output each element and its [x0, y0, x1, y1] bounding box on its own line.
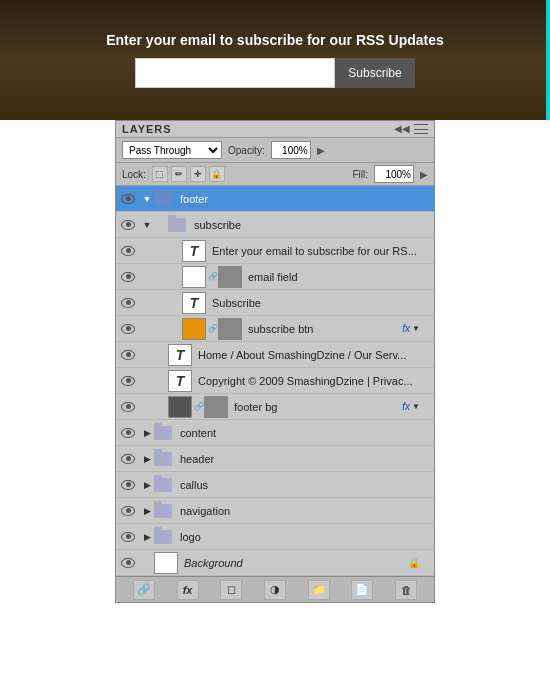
lock-icons: ⬚ ✏ ✛ 🔒 — [152, 166, 225, 182]
eye-icon-logo[interactable] — [116, 524, 140, 550]
lock-position-btn[interactable]: ✛ — [190, 166, 206, 182]
layer-name-logo: logo — [180, 531, 420, 543]
eye-icon-content[interactable] — [116, 420, 140, 446]
thumb1-email-field — [182, 266, 206, 288]
eye-icon-subscribe-text[interactable] — [116, 290, 140, 316]
layer-row-subscribe[interactable]: ▼subscribe — [116, 212, 434, 238]
layer-row-footer[interactable]: ▼footer — [116, 186, 434, 212]
opacity-input[interactable]: 100% — [271, 141, 311, 159]
eye-icon-subscribe[interactable] — [116, 212, 140, 238]
lock-label: Lock: — [122, 169, 146, 180]
eye-glyph-background — [121, 558, 135, 568]
layer-row-logo[interactable]: ▶logo — [116, 524, 434, 550]
layer-name-home-links: Home / About SmashingDzine / Our Serv... — [198, 349, 420, 361]
eye-glyph-footer — [121, 194, 135, 204]
layer-name-background: Background — [184, 557, 404, 569]
delete-layer-button[interactable]: 🗑 — [395, 580, 417, 600]
text-thumb-copyright: T — [168, 370, 192, 392]
banner-input-row: Subscribe — [135, 58, 415, 88]
layer-row-content[interactable]: ▶content — [116, 420, 434, 446]
eye-glyph-home-links — [121, 350, 135, 360]
chain-icon-footer-bg: 🔗 — [194, 396, 204, 418]
layer-row-home-links[interactable]: THome / About SmashingDzine / Our Serv..… — [116, 342, 434, 368]
panel-collapse-icon[interactable]: ◀◀ — [394, 124, 410, 134]
fx-badge-subscribe-btn: fx — [402, 323, 410, 334]
banner-text: Enter your email to subscribe for our RS… — [106, 32, 444, 48]
eye-icon-header[interactable] — [116, 446, 140, 472]
folder-icon-callus — [154, 478, 172, 492]
opacity-arrow[interactable]: ▶ — [317, 145, 325, 156]
eye-icon-callus[interactable] — [116, 472, 140, 498]
layer-row-navigation[interactable]: ▶navigation — [116, 498, 434, 524]
lock-pixels-btn[interactable]: ✏ — [171, 166, 187, 182]
expand-arrow-navigation[interactable]: ▶ — [144, 506, 151, 516]
fx-arrow-subscribe-btn[interactable]: ▼ — [412, 324, 420, 333]
new-group-button[interactable]: 📁 — [308, 580, 330, 600]
eye-icon-enter-email-text[interactable] — [116, 238, 140, 264]
layer-name-enter-email-text: Enter your email to subscribe for our RS… — [212, 245, 420, 257]
blend-mode-select[interactable]: Pass Through — [122, 141, 222, 159]
layer-name-subscribe-btn: subscribe btn — [248, 323, 398, 335]
eye-icon-home-links[interactable] — [116, 342, 140, 368]
layer-name-email-field: email field — [248, 271, 420, 283]
new-layer-button[interactable]: 📄 — [351, 580, 373, 600]
add-mask-button[interactable]: ◻ — [220, 580, 242, 600]
banner-email-input[interactable] — [135, 58, 335, 88]
folder-icon-content — [154, 426, 172, 440]
layer-row-subscribe-btn[interactable]: 🔗subscribe btnfx▼ — [116, 316, 434, 342]
eye-icon-navigation[interactable] — [116, 498, 140, 524]
layer-row-enter-email-text[interactable]: TEnter your email to subscribe for our R… — [116, 238, 434, 264]
top-banner: Enter your email to subscribe for our RS… — [0, 0, 550, 120]
link-layers-button[interactable]: 🔗 — [133, 580, 155, 600]
expand-arrow-header[interactable]: ▶ — [144, 454, 151, 464]
thumb1-subscribe-btn — [182, 318, 206, 340]
adjustment-button[interactable]: ◑ — [264, 580, 286, 600]
eye-glyph-subscribe-btn — [121, 324, 135, 334]
eye-glyph-subscribe-text — [121, 298, 135, 308]
thumb1-footer-bg — [168, 396, 192, 418]
fx-button[interactable]: fx — [177, 580, 199, 600]
panel-title: LAYERS — [122, 123, 172, 135]
banner-subscribe-button[interactable]: Subscribe — [335, 58, 415, 88]
thumb2-footer-bg — [204, 396, 228, 418]
layer-name-navigation: navigation — [180, 505, 420, 517]
eye-icon-copyright[interactable] — [116, 368, 140, 394]
layer-row-footer-bg[interactable]: 🔗footer bgfx▼ — [116, 394, 434, 420]
layer-row-callus[interactable]: ▶callus — [116, 472, 434, 498]
expand-arrow-content[interactable]: ▶ — [144, 428, 151, 438]
fill-arrow[interactable]: ▶ — [420, 169, 428, 180]
layer-row-subscribe-text[interactable]: TSubscribe — [116, 290, 434, 316]
layer-name-header: header — [180, 453, 420, 465]
eye-icon-footer-bg[interactable] — [116, 394, 140, 420]
layer-name-callus: callus — [180, 479, 420, 491]
expand-arrow-logo[interactable]: ▶ — [144, 532, 151, 542]
layer-row-email-field[interactable]: 🔗email field — [116, 264, 434, 290]
thumb-background — [154, 552, 178, 574]
panel-title-icons: ◀◀ — [394, 124, 428, 134]
expand-arrow-subscribe[interactable]: ▼ — [143, 220, 152, 230]
expand-arrow-callus[interactable]: ▶ — [144, 480, 151, 490]
eye-icon-email-field[interactable] — [116, 264, 140, 290]
bottom-toolbar: 🔗 fx ◻ ◑ 📁 📄 🗑 — [116, 576, 434, 602]
eye-icon-footer[interactable] — [116, 186, 140, 212]
eye-glyph-copyright — [121, 376, 135, 386]
eye-glyph-subscribe — [121, 220, 135, 230]
folder-icon-subscribe — [168, 218, 186, 232]
fx-arrow-footer-bg[interactable]: ▼ — [412, 402, 420, 411]
folder-icon-header — [154, 452, 172, 466]
eye-icon-background[interactable] — [116, 550, 140, 576]
fill-input[interactable] — [374, 165, 414, 183]
panel-menu-icon[interactable] — [414, 124, 428, 134]
lock-transparent-btn[interactable]: ⬚ — [152, 166, 168, 182]
eye-glyph-email-field — [121, 272, 135, 282]
layer-row-header[interactable]: ▶header — [116, 446, 434, 472]
folder-icon-logo — [154, 530, 172, 544]
layer-row-copyright[interactable]: TCopyright © 2009 SmashingDzine | Privac… — [116, 368, 434, 394]
layers-panel: LAYERS ◀◀ Pass Through Opacity: 100% ▶ L… — [115, 120, 435, 603]
expand-arrow-footer[interactable]: ▼ — [143, 194, 152, 204]
lock-badge-background: 🔒 — [408, 557, 420, 568]
lock-all-btn[interactable]: 🔒 — [209, 166, 225, 182]
layer-name-subscribe: subscribe — [194, 219, 420, 231]
eye-icon-subscribe-btn[interactable] — [116, 316, 140, 342]
layer-row-background[interactable]: Background🔒 — [116, 550, 434, 576]
